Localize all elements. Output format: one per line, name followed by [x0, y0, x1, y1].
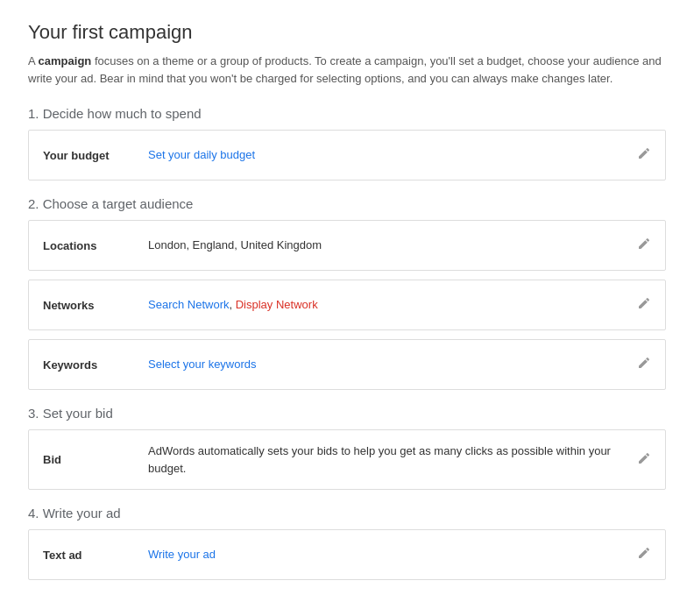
section-bid: 3. Set your bid Bid AdWords automaticall… — [28, 406, 666, 490]
set-daily-budget-link[interactable]: Set your daily budget — [148, 148, 255, 161]
section-spend: 1. Decide how much to spend Your budget … — [28, 106, 666, 181]
select-keywords-link[interactable]: Select your keywords — [148, 358, 257, 371]
networks-card: Networks Search Network, Display Network — [28, 280, 666, 330]
pencil-icon — [637, 356, 651, 370]
page-title: Your first campaign — [28, 21, 666, 44]
networks-value: Search Network, Display Network — [148, 296, 627, 314]
locations-edit-button[interactable] — [627, 237, 651, 254]
keywords-label: Keywords — [43, 358, 148, 372]
pencil-icon — [637, 296, 651, 310]
section-bid-title: 3. Set your bid — [28, 406, 666, 421]
section-ad: 4. Write your ad Text ad Write your ad — [28, 506, 666, 580]
section-audience-title: 2. Choose a target audience — [28, 196, 666, 211]
locations-value: London, England, United Kingdom — [148, 237, 627, 254]
budget-card: Your budget Set your daily budget — [28, 130, 666, 181]
networks-edit-button[interactable] — [627, 296, 651, 314]
pencil-icon — [637, 546, 651, 560]
text-ad-edit-button[interactable] — [627, 546, 651, 563]
text-ad-value: Write your ad — [148, 546, 627, 563]
bid-value: AdWords automatically sets your bids to … — [148, 443, 627, 477]
budget-value: Set your daily budget — [148, 146, 627, 164]
pencil-icon — [637, 451, 651, 465]
locations-card: Locations London, England, United Kingdo… — [28, 220, 666, 271]
section-ad-title: 4. Write your ad — [28, 506, 666, 520]
section-spend-title: 1. Decide how much to spend — [28, 106, 666, 121]
budget-label: Your budget — [43, 149, 148, 162]
keywords-value: Select your keywords — [148, 356, 627, 373]
budget-edit-button[interactable] — [627, 146, 651, 164]
section-audience: 2. Choose a target audience Locations Lo… — [28, 196, 666, 390]
bid-label: Bid — [43, 453, 148, 466]
bid-edit-button[interactable] — [627, 451, 651, 469]
pencil-icon — [637, 146, 651, 160]
pencil-icon — [637, 237, 651, 251]
keywords-card: Keywords Select your keywords — [28, 339, 666, 390]
write-your-ad-link[interactable]: Write your ad — [148, 548, 216, 561]
bid-card: Bid AdWords automatically sets your bids… — [28, 429, 666, 490]
networks-separator: , — [229, 298, 235, 311]
display-network: Display Network — [236, 298, 318, 311]
search-network: Search Network — [148, 298, 229, 311]
keywords-edit-button[interactable] — [627, 356, 651, 373]
networks-label: Networks — [43, 299, 148, 312]
locations-label: Locations — [43, 239, 148, 252]
intro-text: A campaign focuses on a theme or a group… — [28, 53, 666, 87]
text-ad-label: Text ad — [43, 549, 148, 562]
text-ad-card: Text ad Write your ad — [28, 529, 666, 580]
